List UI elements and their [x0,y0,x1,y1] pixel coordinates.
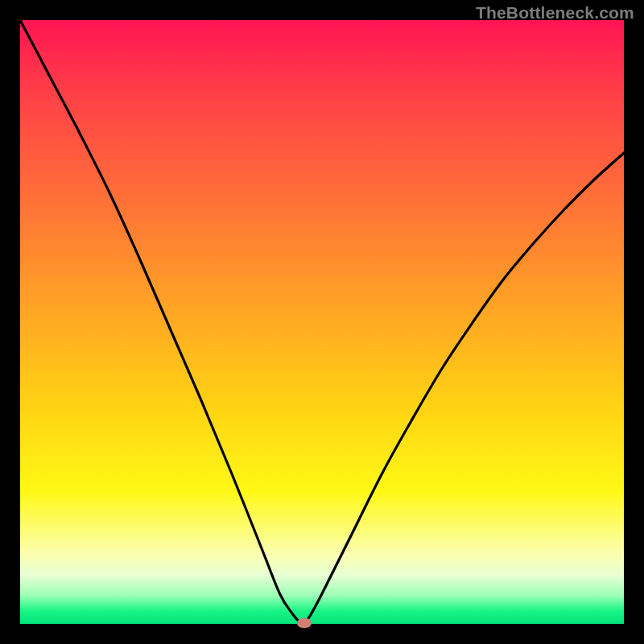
optimum-marker [297,618,312,628]
bottleneck-curve [20,20,624,624]
chart-frame: TheBottleneck.com [0,0,644,644]
plot-area [20,20,624,624]
